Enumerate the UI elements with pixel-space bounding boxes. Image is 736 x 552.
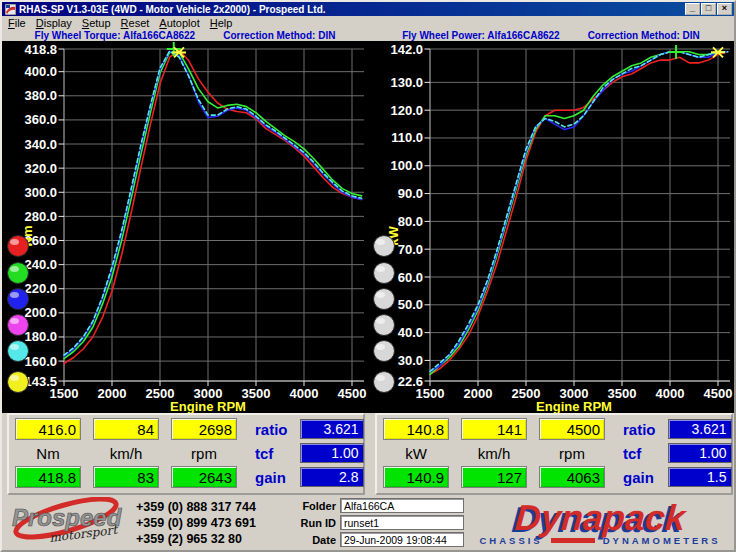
power-cursor1-value: 140.8 <box>383 418 449 440</box>
y-tick-label: 220.0 <box>24 281 57 296</box>
run-select-button[interactable] <box>374 315 395 336</box>
speed-cursor2-value: 83 <box>93 466 159 488</box>
gain-label: gain <box>617 469 656 486</box>
window-title: RHAS-SP V1.3-03E (4WD - Motor Vehicle 2x… <box>19 4 684 15</box>
run-select-button[interactable] <box>374 263 395 284</box>
x-tick-label: 1500 <box>416 386 445 401</box>
power-chart-header: Fly Wheel Power: Alfa166CA8622 Correctio… <box>368 29 734 41</box>
runid-input[interactable]: runset1 <box>340 515 464 530</box>
y-tick-label: 340.0 <box>24 137 57 152</box>
y-tick-label: 60.0 <box>398 270 423 285</box>
speed-unit-label: km/h <box>461 445 527 462</box>
y-tick-label: 360.0 <box>24 112 57 127</box>
gain-value: 2.8 <box>300 467 364 487</box>
rpm-unit-label: rpm <box>539 445 605 462</box>
torque-cursor2-value: 418.8 <box>15 466 81 488</box>
torque-chart-panel: Fly Wheel Torque: Alfa166CA8622 Correcti… <box>2 29 368 413</box>
readouts-section: 416.0 84 2698 ratio 3.621 Nm km/h rpm tc… <box>2 413 734 495</box>
power-chart-plot[interactable]: 142.0130.0120.0110.0100.090.080.070.060.… <box>368 41 734 413</box>
menu-autoplot[interactable]: Autoplot <box>154 17 204 29</box>
folder-label: Folder <box>292 500 336 512</box>
torque-correction-method: Correction Method: DIN <box>223 30 335 41</box>
x-tick-label: 2000 <box>98 386 127 401</box>
x-axis-title: Engine RPM <box>170 399 246 414</box>
run-select-button[interactable] <box>374 236 395 257</box>
ratio-value: 3.621 <box>668 419 732 439</box>
run-select-button[interactable] <box>8 315 29 336</box>
run-select-button[interactable] <box>374 289 395 310</box>
run-button-highlight <box>376 344 385 350</box>
y-tick-label: 400.0 <box>24 64 57 79</box>
date-label: Date <box>292 534 336 546</box>
phone-line: +359 (2) 965 32 80 <box>136 531 288 547</box>
run-button-highlight <box>376 266 385 272</box>
y-tick-label: 280.0 <box>24 209 57 224</box>
torque-cursor1-value: 416.0 <box>15 418 81 440</box>
date-input[interactable]: 29-Jun-2009 19:08:44 <box>340 532 464 547</box>
rpm-cursor2-value: 4063 <box>539 466 605 488</box>
restore-button[interactable]: □ <box>701 3 716 15</box>
speed-unit-label: km/h <box>93 445 159 462</box>
y-tick-label: 80.0 <box>398 214 423 229</box>
x-axis-title: Engine RPM <box>536 399 612 414</box>
x-tick-label: 1500 <box>50 386 79 401</box>
folder-input[interactable]: Alfa166CA <box>340 498 464 513</box>
rpm-cursor1-value: 2698 <box>171 418 237 440</box>
power-correction-method: Correction Method: DIN <box>588 30 700 41</box>
charts-section: Fly Wheel Torque: Alfa166CA8622 Correcti… <box>2 29 734 413</box>
run-select-button[interactable] <box>8 372 29 393</box>
run-button-highlight <box>10 292 19 298</box>
rpm-cursor2-value: 2643 <box>171 466 237 488</box>
minimize-button[interactable]: _ <box>685 3 700 15</box>
folder-field-row: Folder Alfa166CA <box>292 498 468 513</box>
y-tick-label: 180.0 <box>24 329 57 344</box>
torque-chart-header: Fly Wheel Torque: Alfa166CA8622 Correcti… <box>2 29 368 41</box>
menu-bar: File Display Setup Reset Autoplot Help <box>2 16 734 29</box>
tcf-label: tcf <box>249 445 288 462</box>
y-tick-label: 142.0 <box>390 42 423 57</box>
menu-file[interactable]: File <box>3 17 31 29</box>
menu-reset[interactable]: Reset <box>116 17 155 29</box>
close-button[interactable]: × <box>717 3 732 15</box>
run-select-button[interactable] <box>374 372 395 393</box>
tcf-value: 1.00 <box>300 443 364 463</box>
run-info-fields: Folder Alfa166CA Run ID runset1 Date 29-… <box>292 498 468 547</box>
y-tick-label: 320.0 <box>24 161 57 176</box>
menu-display[interactable]: Display <box>31 17 77 29</box>
phone-line: +359 (0) 888 317 744 <box>136 499 288 515</box>
runid-field-row: Run ID runset1 <box>292 515 468 530</box>
run-button-highlight <box>10 318 19 324</box>
run-select-button[interactable] <box>8 289 29 310</box>
run-button-highlight <box>10 239 19 245</box>
app-window: RHAS-SP V1.3-03E (4WD - Motor Vehicle 2x… <box>0 0 736 552</box>
gain-label: gain <box>249 469 288 486</box>
y-tick-label: 40.0 <box>398 325 423 340</box>
x-tick-label: 4000 <box>656 386 685 401</box>
run-button-highlight <box>376 318 385 324</box>
run-select-button[interactable] <box>8 236 29 257</box>
power-chart-panel: Fly Wheel Power: Alfa166CA8622 Correctio… <box>368 29 734 413</box>
torque-chart-plot[interactable]: 418.8400.0380.0360.0340.0320.0300.0280.0… <box>2 41 368 413</box>
dynapack-bar <box>551 538 595 543</box>
power-cursor2-value: 140.9 <box>383 466 449 488</box>
run-select-button[interactable] <box>8 263 29 284</box>
y-tick-label: 240.0 <box>24 257 57 272</box>
speed-cursor1-value: 84 <box>93 418 159 440</box>
tcf-value: 1.00 <box>668 443 732 463</box>
x-tick-label: 4500 <box>338 386 367 401</box>
rpm-cursor1-value: 4500 <box>539 418 605 440</box>
app-icon <box>5 4 16 15</box>
phone-numbers: +359 (0) 888 317 744 +359 (0) 899 473 69… <box>136 499 288 547</box>
run-button-highlight <box>376 375 385 381</box>
y-tick-label: 120.0 <box>390 103 423 118</box>
y-tick-label: 30.0 <box>398 353 423 368</box>
runid-label: Run ID <box>292 517 336 529</box>
run-button-highlight <box>376 239 385 245</box>
run-select-button[interactable] <box>8 341 29 362</box>
menu-help[interactable]: Help <box>205 17 238 29</box>
ratio-label: ratio <box>617 421 656 438</box>
menu-setup[interactable]: Setup <box>77 17 116 29</box>
y-tick-label: 110.0 <box>391 130 423 145</box>
run-select-button[interactable] <box>374 341 395 362</box>
power-readout-panel: 140.8 141 4500 ratio 3.621 kW km/h rpm t… <box>375 413 733 495</box>
